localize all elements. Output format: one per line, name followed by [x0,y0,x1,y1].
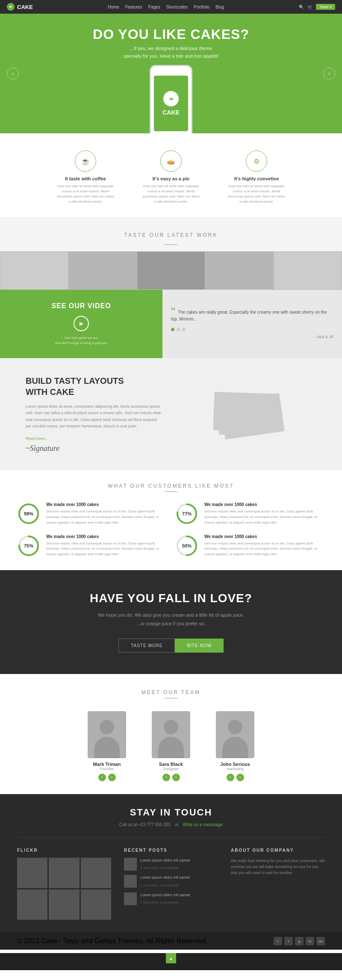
feature-1-title: It taste with coffee [65,176,106,181]
copyright-text: © 2013 Cake - Tasty and Genius Themes. A… [17,937,208,945]
post-3-text: Lorem ipsum dolor mit samet 1 Juni 2013,… [140,892,190,906]
search-icon[interactable]: 🔍 [299,5,304,9]
flickr-2[interactable] [49,858,79,888]
phone-screen: CAKE [154,76,188,131]
phone-logo-icon [163,91,179,106]
nav-shortcodes[interactable]: Shortcodes [166,5,188,9]
flickr-6[interactable] [81,889,111,920]
member-3-twitter-icon[interactable]: t [236,774,244,781]
feature-1: ☕ It taste with coffee Duis sed odio sit… [56,150,115,204]
nav-logo: CAKE [7,3,33,11]
customers-divider [165,491,177,492]
work-item-4[interactable] [205,251,274,290]
footer-twitter-icon[interactable]: t [284,937,293,945]
team-section: MEET OUR TEAM Mark Triman Founder f t Sa… [0,674,342,794]
work-item-3[interactable] [137,251,205,290]
logo-icon [7,3,15,11]
hero-subtext: ...If yes, we designed a delicious theme… [124,45,219,60]
member-1-role: Founder [100,767,114,771]
stay-in-touch: STAY IN TOUCH Call us at +23 777 555 333… [17,807,325,838]
nav-pages[interactable]: Pages [148,5,160,9]
member-1-facebook-icon[interactable]: f [98,774,106,781]
nav-portfolio[interactable]: Portfolio [194,5,209,9]
member-1-social: f t [98,774,116,781]
customer-1-text: We made over 1000 cakes Sed non mauris v… [46,502,167,525]
footer: STAY IN TOUCH Call us at +23 777 555 333… [0,794,342,933]
dot-3[interactable] [182,328,186,331]
avatar-2-body [158,737,184,758]
member-3-name: John Serious [220,762,250,767]
customer-1-desc: Sed non mauris vitae erat consequat auct… [46,509,167,525]
feature-2: 🥧 It's easy as a pie Duis sed odio sit a… [141,150,201,204]
cart-icon[interactable]: 🛒 [307,5,313,9]
testimonial-text: " The cakes are really great. Especially… [171,309,333,323]
post-2-text: Lorem ipsum dolor mit samet 1 Juni 2013,… [140,875,190,888]
customer-4: 50% We made over 1000 cakes Sed non maur… [175,534,325,557]
customer-4-text: We made over 1000 cakes Sed non mauris v… [204,534,325,557]
footer-google-icon[interactable]: g [295,937,304,945]
recent-posts-col: RECENT POSTS Lorem ipsum dolor mit samet… [124,848,218,920]
contact-line: Call us at +23 777 555 333 or Write us a… [17,822,325,827]
customer-1-title: We made over 1000 cakes [46,502,167,507]
team-grid: Mark Triman Founder f t Sara Black Desig… [9,711,333,781]
nav-home[interactable]: Home [108,5,119,9]
bite-now-button[interactable]: BITE NOW [175,639,223,653]
taste-it-button[interactable]: Taste it [316,4,335,10]
hero-next-arrow[interactable]: › [323,68,335,79]
build-section: BUILD TASTY LAYOUTSWITH CAKE Lorem ipsum… [0,358,342,470]
hero-prev-arrow[interactable]: ‹ [7,68,19,79]
post-3-thumb [124,892,137,905]
flickr-5[interactable] [49,889,79,920]
customer-2: 77% We made over 1000 cakes Sed non maur… [175,502,325,525]
footer-linkedin-icon[interactable]: in [306,937,314,945]
progress-2-label: 77% [182,511,192,516]
logo-text: CAKE [17,4,33,10]
footer-cols: FLICKR RECENT POSTS Lorem ipsum dolor mi… [17,848,325,920]
read-more-link[interactable]: Read more... [26,436,48,441]
paper-3 [213,392,274,433]
hero-heading: DO YOU LIKE CAKES? [93,26,249,42]
customers-section: WHAT OUR CUSTOMERS LIKE MOST 99% We made… [0,470,342,570]
flickr-3[interactable] [81,858,111,888]
customers-grid: 99% We made over 1000 cakes Sed non maur… [17,502,325,557]
avatar-3 [216,711,254,758]
back-to-top-button[interactable]: ▲ [166,953,176,963]
nav-blog[interactable]: Blog [215,5,224,9]
play-button[interactable]: ▶ [74,316,89,331]
work-divider [165,244,177,245]
work-item-5[interactable] [274,251,342,290]
member-2-twitter-icon[interactable]: t [172,774,180,781]
member-2-facebook-icon[interactable]: f [162,774,170,781]
customers-title: WHAT OUR CUSTOMERS LIKE MOST [17,483,325,489]
dot-1[interactable] [171,328,174,331]
hero-section: DO YOU LIKE CAKES? ...If yes, we designe… [0,14,342,133]
footer-bottom: © 2013 Cake - Tasty and Genius Themes. A… [0,933,342,950]
phone-text: Call us at +23 777 555 333 [119,822,171,827]
stay-title: STAY IN TOUCH [17,807,325,818]
taste-more-button[interactable]: TASTE MORE [118,639,175,653]
progress-3-label: 75% [24,543,33,548]
feature-3-icon: ⚙ [246,150,267,172]
member-3-facebook-icon[interactable]: f [227,774,234,781]
progress-1: 99% [17,502,40,525]
work-item-2[interactable] [68,251,137,290]
team-title: MEET OUR TEAM [9,689,333,695]
recent-posts-title: RECENT POSTS [124,848,218,853]
dot-2[interactable] [177,328,180,331]
post-1: Lorem ipsum dolor mit samet 1 Juni 2013,… [124,858,218,871]
feature-3-title: It's highly convetive [234,176,279,181]
about-title: ABOUT OUR COMPANY [231,848,325,853]
work-item-1[interactable] [0,251,68,290]
avatar-3-head [228,720,242,734]
nav-features[interactable]: Features [125,5,142,9]
member-1-twitter-icon[interactable]: t [108,774,116,781]
customer-4-title: We made over 1000 cakes [204,534,325,539]
footer-facebook-icon[interactable]: f [274,937,282,945]
flickr-4[interactable] [17,889,47,920]
features-section: ☕ It taste with coffee Duis sed odio sit… [0,133,342,217]
email-link[interactable]: Write us a messoage [183,822,223,827]
footer-rss-icon[interactable]: rss [316,937,325,945]
footer-social: f t g in rss [274,937,325,945]
avatar-3-body [222,737,248,758]
flickr-1[interactable] [17,858,47,888]
